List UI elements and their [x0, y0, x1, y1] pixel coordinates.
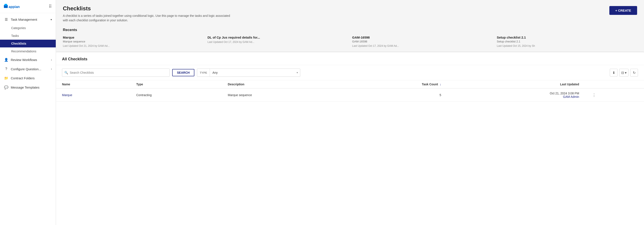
- svg-text:appian: appian: [8, 5, 20, 9]
- recent-sub: Setup checklist 2.1: [497, 40, 637, 43]
- question-icon: ?: [4, 67, 8, 71]
- sidebar-header: appian ⠿: [0, 0, 56, 13]
- col-description: Description: [222, 80, 342, 88]
- page-header: Checklists A checklist is a series of ta…: [56, 0, 644, 26]
- sidebar-item-task-management[interactable]: ☰ Task Management ▾: [0, 15, 56, 24]
- recents-section: Recents Marque Marque sequence Last Upda…: [56, 26, 644, 52]
- recent-date: Last Updated Oct 15, 2024 by Sh: [497, 44, 637, 47]
- sidebar-item-label: Contract Folders: [11, 76, 52, 80]
- checklists-table: Name Type Description Task Count ↓ Last …: [56, 80, 644, 102]
- filter-icon: ⊟: [621, 71, 624, 75]
- recent-card[interactable]: Setup checklist 2.1 Setup checklist 2.1 …: [497, 36, 637, 47]
- page-title-area: Checklists A checklist is a series of ta…: [63, 5, 235, 23]
- download-icon: ⬇: [612, 71, 615, 75]
- last-updated-by: GAM Admin: [453, 95, 579, 99]
- sidebar-item-contract-folders[interactable]: 📁 Contract Folders: [0, 74, 56, 83]
- grid-icon[interactable]: ⠿: [49, 4, 52, 9]
- recent-sub: Marque sequence: [63, 40, 203, 43]
- search-input[interactable]: [70, 71, 167, 74]
- recents-title: Recents: [63, 28, 637, 32]
- row-type: Contracting: [130, 88, 222, 102]
- sidebar: appian ⠿ ☰ Task Management ▾ Categories …: [0, 0, 56, 225]
- sidebar-item-review-workflows[interactable]: 👤 Review Workflows ›: [0, 55, 56, 64]
- row-task-count: 5: [342, 88, 447, 102]
- recent-sub: GAM-16598: [352, 40, 492, 43]
- table-wrap: Name Type Description Task Count ↓ Last …: [56, 80, 644, 225]
- svg-rect-1: [4, 4, 7, 6]
- chevron-down-icon: ▾: [50, 18, 52, 21]
- table-row: Marque Contracting Marque sequence 5 Oct…: [56, 88, 644, 102]
- page-title: Checklists: [63, 5, 235, 12]
- recent-date: Last Updated Oct 17, 2024 by GAM Ad...: [208, 41, 348, 44]
- message-icon: 💬: [4, 85, 8, 89]
- sidebar-item-label: Configure Question...: [11, 67, 49, 71]
- sidebar-item-configure-question[interactable]: ? Configure Question... ›: [0, 64, 56, 74]
- folder-icon: 📁: [4, 76, 8, 80]
- sort-icon: ↓: [440, 83, 441, 86]
- search-bar: 🔍 SEARCH TYPE Any Contracting Review Tas…: [56, 65, 644, 80]
- recent-name: DL of Cp Jus required details for...: [208, 36, 348, 39]
- col-type: Type: [130, 80, 222, 88]
- search-input-wrap: 🔍: [62, 69, 170, 77]
- all-checklists-title: All Checklists: [56, 52, 644, 65]
- recent-card[interactable]: DL of Cp Jus required details for... Las…: [208, 36, 348, 47]
- sidebar-item-checklists[interactable]: Checklists: [0, 40, 56, 47]
- recent-name: Setup checklist 2.1: [497, 36, 637, 39]
- col-task-count[interactable]: Task Count ↓: [342, 80, 447, 88]
- filter-chevron-icon: ▾: [625, 71, 626, 75]
- page-description: A checklist is a series of tasks joined …: [63, 14, 235, 23]
- sidebar-item-label: Message Templates: [11, 86, 52, 89]
- download-button[interactable]: ⬇: [610, 69, 618, 77]
- row-last-updated: Oct 21, 2024 3:08 PM GAM Admin: [447, 88, 585, 102]
- chevron-right-icon: ›: [51, 68, 52, 71]
- sidebar-item-recommendations[interactable]: Recommendations: [0, 47, 56, 55]
- create-button[interactable]: + CREATE: [609, 6, 637, 15]
- all-checklists-section: All Checklists 🔍 SEARCH TYPE Any Contrac…: [56, 52, 644, 225]
- sidebar-item-categories[interactable]: Categories: [0, 24, 56, 32]
- recent-card[interactable]: Marque Marque sequence Last Updated Oct …: [63, 36, 203, 47]
- sidebar-item-label: Review Workflows: [11, 58, 49, 62]
- filter-button[interactable]: ⊟ ▾: [619, 69, 628, 77]
- refresh-button[interactable]: ↻: [630, 69, 638, 77]
- recent-card[interactable]: GAM-16598 GAM-16598 Last Updated Oct 17,…: [352, 36, 492, 47]
- col-last-updated: Last Updated: [447, 80, 585, 88]
- sidebar-item-label: Task Management: [11, 18, 48, 21]
- recent-name: GAM-16598: [352, 36, 492, 39]
- task-management-icon: ☰: [4, 18, 8, 22]
- type-filter: TYPE Any Contracting Review Task ▾: [197, 69, 300, 77]
- recent-name: Marque: [63, 36, 203, 39]
- row-actions-menu[interactable]: ⋮: [591, 93, 597, 97]
- type-select[interactable]: Any Contracting Review Task: [210, 71, 296, 74]
- table-body: Marque Contracting Marque sequence 5 Oct…: [56, 88, 644, 102]
- last-updated-date: Oct 21, 2024 3:08 PM: [453, 92, 579, 95]
- refresh-icon: ↻: [633, 71, 636, 75]
- type-label: TYPE: [197, 69, 210, 77]
- row-name: Marque: [56, 88, 130, 102]
- sidebar-nav: ☰ Task Management ▾ Categories Tasks Che…: [0, 13, 56, 225]
- appian-logo: appian: [4, 3, 23, 10]
- chevron-right-icon: ›: [51, 58, 52, 61]
- recent-date: Last Updated Oct 21, 2024 by GAM Ad...: [63, 44, 203, 47]
- recent-date: Last Updated Oct 17, 2024 by GAM Ad...: [352, 44, 492, 47]
- sidebar-item-message-templates[interactable]: 💬 Message Templates: [0, 83, 56, 92]
- checklist-name-link[interactable]: Marque: [62, 93, 72, 97]
- table-header: Name Type Description Task Count ↓ Last …: [56, 80, 644, 88]
- main-content: Checklists A checklist is a series of ta…: [56, 0, 644, 225]
- sidebar-item-tasks[interactable]: Tasks: [0, 32, 56, 40]
- col-name: Name: [56, 80, 130, 88]
- search-icon: 🔍: [64, 71, 68, 74]
- recents-grid: Marque Marque sequence Last Updated Oct …: [63, 36, 637, 47]
- search-button[interactable]: SEARCH: [172, 69, 194, 76]
- col-actions: [585, 80, 644, 88]
- type-chevron-icon: ▾: [296, 71, 300, 74]
- toolbar-icons: ⬇ ⊟ ▾ ↻: [610, 69, 638, 77]
- review-workflows-icon: 👤: [4, 58, 8, 62]
- row-description: Marque sequence: [222, 88, 342, 102]
- row-actions-cell: ⋮: [585, 88, 644, 102]
